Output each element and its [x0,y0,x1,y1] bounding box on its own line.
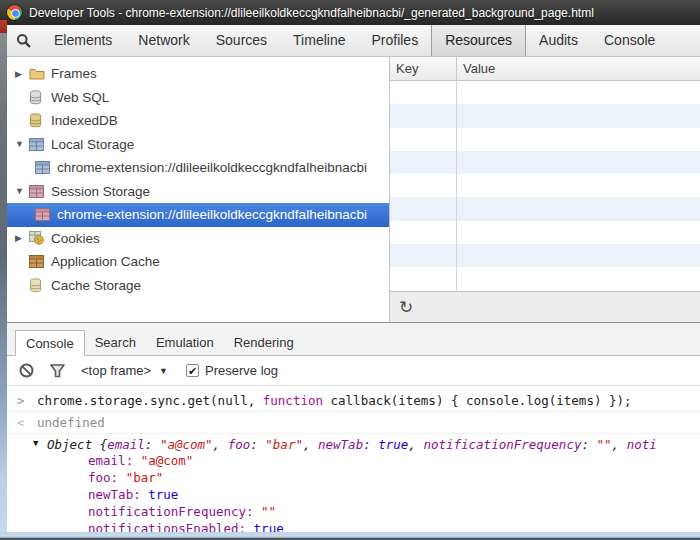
tab-resources[interactable]: Resources [431,25,526,56]
cookie-icon [29,231,46,245]
refresh-icon[interactable]: ↻ [399,299,413,316]
tree-item-label: Application Cache [51,254,160,269]
table-pink-icon [29,185,46,198]
folder-icon [29,67,46,80]
grid-footer-toolbar: ↻ [390,291,700,322]
object-property[interactable]: foo: "bar" [47,469,700,486]
console-object-log: ▼Object {email: "a@com", foo: "bar", new… [7,433,700,532]
tree-item-indexeddb[interactable]: IndexedDB [7,109,389,133]
grid-row[interactable] [390,244,700,267]
disclosure-triangle-icon[interactable]: ▼ [33,438,38,448]
grid-row[interactable] [390,81,700,104]
titlebar: Developer Tools - chrome-extension://dli… [0,0,700,25]
execution-context-selector[interactable]: <top frame> [81,363,151,378]
preserve-log-label[interactable]: Preserve log [205,363,278,378]
chevron-right-icon[interactable]: ▶ [15,69,29,79]
database-pale-icon [29,278,46,293]
prompt-icon: > [17,393,25,408]
database-icon [29,90,46,105]
table-pink-icon [35,208,52,221]
chevron-down-icon[interactable]: ▼ [159,366,168,376]
window-frame-accent [0,20,7,33]
console-drawer: Console Search Emulation Rendering [7,322,700,532]
tree-item-label: chrome-extension://dlileeilkoldkeccgkndf… [57,207,367,222]
tree-item-label: IndexedDB [51,113,118,128]
grid-row[interactable] [390,197,700,220]
tree-item-label: Cookies [51,231,100,246]
object-property[interactable]: email: "a@com" [47,452,700,469]
drawer-tab-search[interactable]: Search [85,330,146,356]
window-border-left [0,25,7,540]
grid-row[interactable] [390,267,700,290]
chevron-right-icon[interactable]: ▶ [15,233,29,243]
clear-console-button[interactable] [19,363,34,378]
tree-item-label: Web SQL [51,90,109,105]
tab-sources[interactable]: Sources [203,25,280,56]
database-gold-icon [29,113,46,128]
tree-item-session-storage[interactable]: ▼ Session Storage [7,180,389,204]
tree-item-label: Local Storage [51,137,134,152]
console-result: <undefined [7,411,700,433]
chevron-down-icon[interactable]: ▼ [15,186,29,196]
tree-item-session-storage-origin[interactable]: chrome-extension://dlileeilkoldkeccgkndf… [7,203,389,227]
filter-button[interactable] [50,364,65,378]
preserve-log-checkbox[interactable]: ✔ [186,364,199,377]
tree-item-label: chrome-extension://dlileeilkoldkeccgkndf… [57,160,367,175]
tree-item-local-storage[interactable]: ▼ Local Storage [7,133,389,157]
window-border-bottom [0,532,700,540]
tree-item-cache-storage[interactable]: Cache Storage [7,274,389,298]
console-command: >chrome.storage.sync.get(null, function … [7,390,700,411]
chrome-logo-icon [7,5,22,20]
grid-header: Key Value [390,57,700,81]
grid-row[interactable] [390,104,700,127]
tree-item-frames[interactable]: ▶ Frames [7,62,389,86]
grid-row[interactable] [390,221,700,244]
tree-item-local-storage-origin[interactable]: chrome-extension://dlileeilkoldkeccgkndf… [7,156,389,180]
search-icon [16,33,32,49]
devtools-window: Developer Tools - chrome-extension://dli… [0,0,700,540]
storage-items-view: Key Value ↻ [390,57,700,322]
tab-network[interactable]: Network [125,25,202,56]
table-blue-icon [29,138,46,151]
tree-item-label: Session Storage [51,184,150,199]
tab-profiles[interactable]: Profiles [358,25,431,56]
column-header-key[interactable]: Key [390,57,457,80]
tree-item-label: Frames [51,66,97,81]
devtools-tabbar: Elements Network Sources Timeline Profil… [7,25,700,57]
tab-elements[interactable]: Elements [41,25,125,56]
search-button[interactable] [7,33,41,49]
return-icon: < [17,415,25,430]
column-header-value[interactable]: Value [457,61,700,76]
object-property[interactable]: notificationFrequency: "" [47,503,700,520]
console-toolbar: <top frame> ▼ ✔ Preserve log [7,356,700,386]
object-preview[interactable]: Object {email: "a@com", foo: "bar", newT… [47,437,657,452]
grid-row[interactable] [390,174,700,197]
window-title: Developer Tools - chrome-extension://dli… [29,6,594,20]
funnel-icon [50,364,65,378]
tree-item-web-sql[interactable]: Web SQL [7,86,389,110]
tab-console[interactable]: Console [591,25,668,56]
drawer-tabbar: Console Search Emulation Rendering [7,323,700,356]
console-log: >chrome.storage.sync.get(null, function … [7,386,700,532]
chevron-down-icon[interactable]: ▼ [15,139,29,149]
table-blue-icon [35,161,52,174]
ban-icon [19,363,34,378]
tab-audits[interactable]: Audits [526,25,591,56]
table-orange-icon [29,255,46,268]
grid-row[interactable] [390,151,700,174]
grid-row[interactable] [390,128,700,151]
grid-rows [390,81,700,291]
tree-item-cookies[interactable]: ▶ Cookies [7,227,389,251]
object-property[interactable]: notificationsEnabled: true [47,520,700,532]
tree-item-label: Cache Storage [51,278,141,293]
drawer-tab-console[interactable]: Console [15,330,85,356]
resources-panel: ▶ Frames Web SQL [7,57,700,322]
tab-timeline[interactable]: Timeline [280,25,358,56]
drawer-tab-emulation[interactable]: Emulation [146,330,224,356]
storage-tree: ▶ Frames Web SQL [7,57,390,322]
tree-item-application-cache[interactable]: Application Cache [7,250,389,274]
drawer-tab-rendering[interactable]: Rendering [224,330,304,356]
object-property[interactable]: newTab: true [47,486,700,503]
